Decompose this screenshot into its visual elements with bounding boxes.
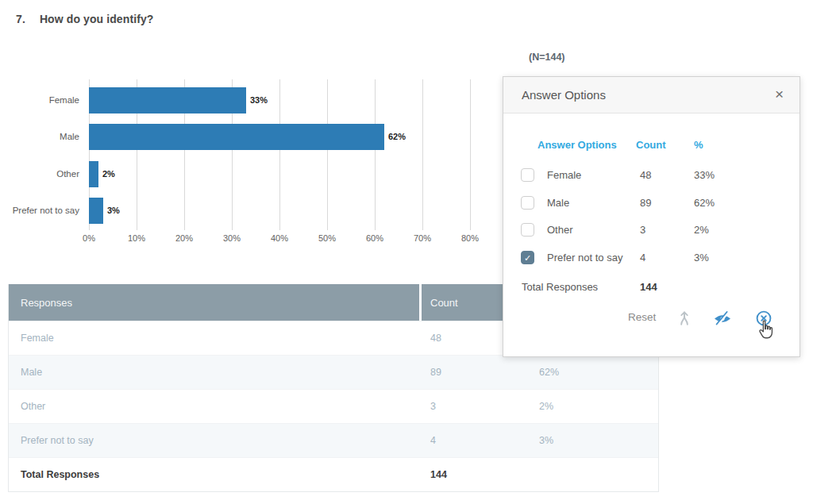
popup-option-row: ✓Prefer not to say43% xyxy=(503,244,800,271)
total-count: 144 xyxy=(422,469,533,480)
gridline xyxy=(422,79,423,230)
row-label: Prefer not to say xyxy=(9,435,422,446)
checkbox-checked[interactable]: ✓ xyxy=(521,251,534,264)
checkbox-unchecked[interactable] xyxy=(521,196,534,210)
gridline xyxy=(279,79,280,230)
row-count: 4 xyxy=(422,435,533,446)
option-percent: 62% xyxy=(694,190,715,217)
popup-header: Answer Options xyxy=(503,77,800,113)
bar-value-label: 2% xyxy=(102,161,115,187)
table-total-row: Total Responses144 xyxy=(9,457,658,491)
checkbox-unchecked[interactable] xyxy=(521,223,534,237)
row-percent: 62% xyxy=(533,367,658,378)
chart-category-label: Male xyxy=(0,124,79,150)
x-axis-tick-label: 30% xyxy=(214,233,249,243)
option-percent: 2% xyxy=(694,217,709,244)
popup-option-row: Female4833% xyxy=(503,162,800,189)
gridline xyxy=(470,79,471,230)
row-label: Male xyxy=(9,367,422,378)
popup-total-count: 144 xyxy=(640,275,657,299)
close-icon[interactable]: × xyxy=(775,87,784,102)
x-axis-tick-label: 10% xyxy=(119,233,154,243)
question-number: 7. xyxy=(16,13,25,25)
popup-col-count[interactable]: Count xyxy=(636,139,666,151)
bar-male[interactable] xyxy=(89,124,384,150)
option-label: Other xyxy=(547,217,573,244)
row-count: 3 xyxy=(422,401,533,412)
checkbox-unchecked[interactable] xyxy=(521,168,534,182)
sample-size-label: (N=144) xyxy=(529,52,565,63)
option-label: Prefer not to say xyxy=(547,244,622,271)
chart-category-label: Female xyxy=(0,87,79,113)
option-percent: 33% xyxy=(694,162,715,189)
row-label: Female xyxy=(9,333,422,344)
popup-title: Answer Options xyxy=(522,88,606,102)
bar-other[interactable] xyxy=(89,161,98,187)
bar-value-label: 62% xyxy=(388,124,406,150)
total-label: Total Responses xyxy=(9,469,422,480)
x-axis-tick-label: 0% xyxy=(71,233,106,243)
x-axis-tick-label: 80% xyxy=(453,233,487,243)
popup-column-headers: Answer Options Count % xyxy=(503,139,800,156)
x-axis-tick-label: 40% xyxy=(262,233,297,243)
chart-category-label: Prefer not to say xyxy=(0,198,79,224)
row-label: Other xyxy=(9,401,422,412)
question-header: 7.How do you identify? xyxy=(16,13,153,25)
x-axis-tick-label: 50% xyxy=(310,233,345,243)
option-label: Female xyxy=(547,162,581,189)
row-percent: 2% xyxy=(533,401,658,412)
popup-option-row: Male8962% xyxy=(503,190,800,217)
chart-category-label: Other xyxy=(0,161,79,187)
bar-chart: FemaleMaleOtherPrefer not to say 33%62%2… xyxy=(0,79,524,246)
question-title: How do you identify? xyxy=(40,13,154,25)
gridline xyxy=(375,79,376,230)
x-axis-tick-label: 70% xyxy=(405,233,440,243)
gridline xyxy=(327,79,328,230)
reset-button[interactable]: Reset xyxy=(628,311,656,323)
hand-cursor xyxy=(757,320,774,340)
option-count: 4 xyxy=(640,244,645,271)
bar-value-label: 3% xyxy=(107,198,120,224)
hide-eye-slash-icon[interactable] xyxy=(713,311,732,326)
x-axis-tick-label: 20% xyxy=(167,233,202,243)
popup-footer: Reset xyxy=(503,307,800,331)
popup-total-row: Total Responses 144 xyxy=(503,275,800,299)
table-row: Male8962% xyxy=(9,355,658,389)
answer-options-popup: Answer Options × Answer Options Count % … xyxy=(503,76,800,357)
option-count: 89 xyxy=(640,190,651,217)
table-row: Other32% xyxy=(9,389,658,423)
popup-option-row: Other32% xyxy=(503,217,800,244)
chart-plot-area: 33%62%2%3% xyxy=(89,79,494,232)
popup-col-percent[interactable]: % xyxy=(694,139,703,151)
column-header-responses: Responses xyxy=(9,284,419,321)
option-percent: 3% xyxy=(694,244,709,271)
popup-total-label: Total Responses xyxy=(522,275,598,299)
popup-col-answer-options[interactable]: Answer Options xyxy=(538,139,617,151)
bar-value-label: 33% xyxy=(250,87,268,113)
option-count: 48 xyxy=(640,162,651,189)
bar-female[interactable] xyxy=(89,87,246,113)
x-axis-tick-label: 60% xyxy=(357,233,392,243)
merge-answers-icon[interactable] xyxy=(676,310,693,327)
row-count: 89 xyxy=(422,367,533,378)
option-count: 3 xyxy=(640,217,645,244)
table-row: Prefer not to say43% xyxy=(9,423,658,457)
bar-prefer-not-to-say[interactable] xyxy=(89,198,103,224)
row-percent: 3% xyxy=(533,435,658,446)
option-label: Male xyxy=(547,190,569,217)
